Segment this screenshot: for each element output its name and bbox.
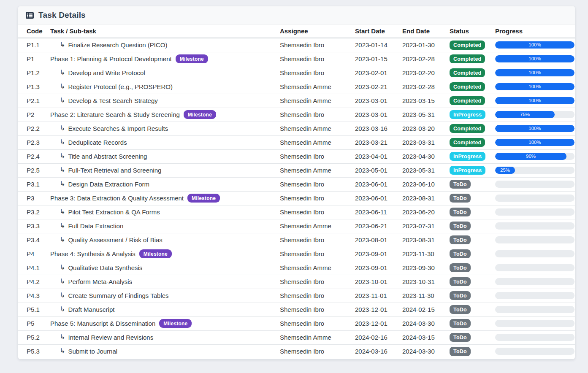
progress-bar: 100%: [495, 69, 574, 76]
task-code: P2.5: [18, 163, 50, 177]
table-row: P2 Phase 2: Literature Search & Study Sc…: [18, 108, 575, 122]
start-date: 2023-03-01: [355, 108, 402, 122]
end-date: 2023-08-31: [402, 233, 450, 247]
end-date: 2023-05-31: [402, 163, 450, 177]
end-date: 2023-03-20: [402, 122, 450, 135]
status-badge: Completed: [450, 68, 485, 78]
task-cell: Phase 5: Manuscript & Dissemination Mile…: [50, 319, 280, 328]
start-date: 2023-03-21: [355, 135, 402, 149]
status-badge: Completed: [450, 124, 485, 133]
end-date: 2023-09-30: [402, 261, 450, 275]
status-badge: ToDo: [450, 347, 471, 356]
assignee: Shemsedin Amme: [280, 330, 355, 344]
status-badge: ToDo: [450, 222, 471, 231]
task-label: Deduplicate Records: [68, 139, 127, 146]
assignee: Shemsedin Ibro: [280, 233, 355, 247]
start-date: 2023-06-21: [355, 219, 402, 233]
progress-bar: 100%: [495, 55, 574, 62]
task-label: Design Data Extraction Form: [68, 181, 149, 188]
task-label: Full Data Extraction: [68, 222, 123, 230]
task-label: Submit to Journal: [68, 348, 117, 355]
start-date: 2023-03-16: [355, 122, 402, 135]
task-code: P5.3: [18, 344, 50, 358]
milestone-badge: Milestone: [176, 54, 208, 63]
subtask-arrow-icon: ↳: [60, 153, 65, 159]
table-row: P5.3 ↳ Submit to Journal Shemsedin Ibro …: [18, 344, 575, 358]
column-header-start-date: Start Date: [355, 24, 402, 38]
start-date: 2023-03-01: [355, 94, 402, 108]
start-date: 2024-02-16: [355, 330, 402, 344]
task-label: Phase 2: Literature Search & Study Scree…: [50, 111, 180, 118]
task-label: Execute Searches & Import Results: [68, 125, 168, 132]
end-date: 2023-02-20: [402, 66, 450, 80]
start-date: 2023-09-01: [355, 247, 402, 261]
start-date: 2023-06-01: [355, 177, 402, 191]
table-row: P3 Phase 3: Data Extraction & Quality As…: [18, 191, 575, 205]
table-row: P4.1 ↳ Qualitative Data Synthesis Shemse…: [18, 261, 575, 275]
progress-bar: [495, 208, 574, 216]
task-label: Phase 1: Planning & Protocol Development: [50, 55, 172, 62]
task-code: P5.2: [18, 330, 50, 344]
status-badge: InProgress: [450, 166, 485, 175]
subtask-arrow-icon: ↳: [60, 41, 65, 48]
end-date: 2024-03-30: [402, 344, 450, 358]
task-label: Phase 4: Synthesis & Analysis: [50, 250, 135, 257]
start-date: 2023-02-21: [355, 80, 402, 94]
table-row: P2.3 ↳ Deduplicate Records Shemsedin Amm…: [18, 135, 575, 149]
progress-bar: [495, 334, 574, 341]
task-cell: ↳ Qualitative Data Synthesis: [50, 264, 280, 271]
task-label: Register Protocol (e.g., PROSPERO): [68, 83, 173, 90]
table-row: P1.1 ↳ Finalize Research Question (PICO)…: [18, 38, 575, 52]
task-cell: ↳ Execute Searches & Import Results: [50, 125, 280, 132]
task-cell: ↳ Create Summary of Findings Tables: [50, 292, 280, 299]
column-header-task: Task / Sub-task: [50, 24, 280, 38]
task-code: P4.1: [18, 261, 50, 275]
task-code: P1.3: [18, 80, 50, 94]
status-badge: ToDo: [450, 277, 471, 287]
status-badge: ToDo: [450, 194, 471, 203]
end-date: 2024-02-15: [402, 303, 450, 316]
subtask-arrow-icon: ↳: [60, 292, 65, 299]
task-cell: ↳ Submit to Journal: [50, 348, 280, 355]
table-row: P3.2 ↳ Pilot Test Extraction & QA Forms …: [18, 205, 575, 219]
progress-fill: 100%: [495, 125, 574, 132]
task-cell: Phase 1: Planning & Protocol Development…: [50, 54, 280, 63]
assignee: Shemsedin Ibro: [280, 344, 355, 358]
table-row: P5.1 ↳ Draft Manuscript Shemsedin Ibro 2…: [18, 303, 575, 316]
status-badge: ToDo: [450, 333, 471, 342]
subtask-arrow-icon: ↳: [60, 139, 65, 146]
assignee: Shemsedin Amme: [280, 122, 355, 135]
table-row: P5.2 ↳ Internal Review and Revisions She…: [18, 330, 575, 344]
start-date: 2023-01-14: [355, 38, 402, 52]
task-code: P3: [18, 191, 50, 205]
progress-bar: 100%: [495, 139, 574, 146]
task-label: Pilot Test Extraction & QA Forms: [68, 208, 160, 216]
assignee: Shemsedin Amme: [280, 94, 355, 108]
end-date: 2024-03-30: [402, 316, 450, 330]
task-cell: ↳ Internal Review and Revisions: [50, 334, 280, 341]
column-header-status: Status: [450, 24, 495, 38]
start-date: 2023-05-01: [355, 163, 402, 177]
progress-bar: 90%: [495, 153, 574, 160]
subtask-arrow-icon: ↳: [60, 306, 65, 313]
progress-bar: [495, 222, 574, 230]
status-badge: ToDo: [450, 263, 471, 273]
status-badge: Completed: [450, 54, 485, 64]
progress-bar: 100%: [495, 83, 574, 90]
progress-fill: 100%: [495, 139, 574, 146]
end-date: 2023-02-28: [402, 80, 450, 94]
assignee: Shemsedin Amme: [280, 163, 355, 177]
assignee: Shemsedin Ibro: [280, 38, 355, 52]
table-row: P1 Phase 1: Planning & Protocol Developm…: [18, 52, 575, 66]
task-code: P3.3: [18, 219, 50, 233]
task-code: P5: [18, 316, 50, 330]
task-table: Code Task / Sub-task Assignee Start Date…: [18, 24, 575, 358]
subtask-arrow-icon: ↳: [60, 125, 65, 132]
progress-bar: 25%: [495, 167, 574, 174]
task-label: Develop & Test Search Strategy: [68, 97, 157, 104]
table-row: P2.1 ↳ Develop & Test Search Strategy Sh…: [18, 94, 575, 108]
end-date: 2023-06-10: [402, 177, 450, 191]
start-date: 2024-03-16: [355, 344, 402, 358]
task-code: P2.3: [18, 135, 50, 149]
end-date: 2023-01-30: [402, 38, 450, 52]
